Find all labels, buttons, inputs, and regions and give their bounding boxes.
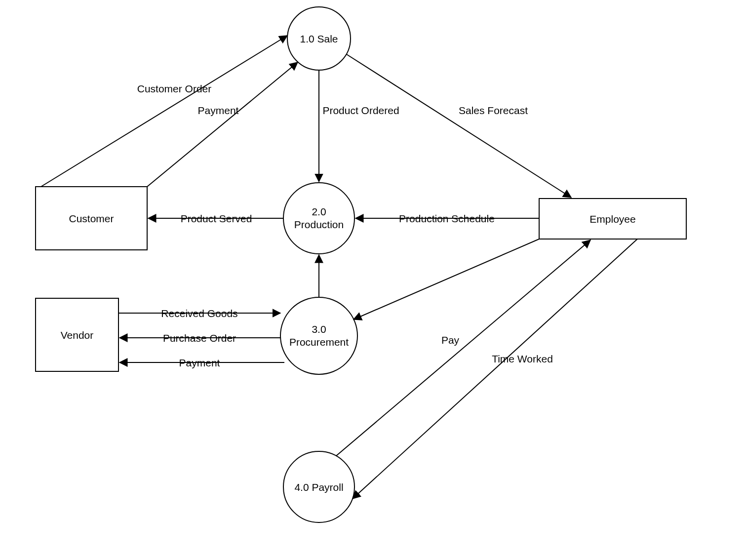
flow-customer-order: Customer Order	[41, 36, 287, 187]
flow-pay-label: Pay	[441, 334, 460, 346]
process-production-label-1: 2.0	[312, 206, 326, 217]
flow-product-ordered: Product Ordered	[319, 70, 399, 182]
svg-line-10	[347, 54, 571, 198]
flow-received-goods: Received Goods	[118, 308, 280, 319]
flow-payment-from-customer: Payment	[147, 62, 298, 187]
flow-product-served-label: Product Served	[181, 213, 252, 224]
flow-production-schedule: Production Schedule	[355, 213, 539, 224]
process-production-label-2: Production	[294, 219, 344, 230]
process-sale-label: 1.0 Sale	[300, 33, 338, 44]
entity-customer: Customer	[36, 187, 147, 250]
entity-vendor-label: Vendor	[61, 329, 94, 341]
entity-employee-label: Employee	[589, 213, 635, 225]
entity-vendor: Vendor	[36, 298, 118, 371]
flow-product-ordered-label: Product Ordered	[322, 105, 399, 116]
flow-received-goods-label: Received Goods	[161, 308, 237, 319]
flow-time-worked-label: Time Worked	[492, 353, 553, 364]
flow-customer-order-label: Customer Order	[137, 83, 212, 94]
flow-time-worked: Time Worked	[353, 239, 637, 499]
flow-purchase-order: Purchase Order	[119, 332, 280, 344]
svg-line-7	[41, 36, 287, 187]
process-production: 2.0 Production	[283, 183, 354, 254]
flow-purchase-order-label: Purchase Order	[163, 332, 236, 344]
process-procurement: 3.0 Procurement	[280, 297, 357, 374]
flow-payment-to-vendor: Payment	[119, 357, 284, 368]
entity-customer-label: Customer	[69, 213, 114, 224]
flow-sales-forecast-label: Sales Forecast	[459, 105, 528, 116]
process-procurement-label-1: 3.0	[312, 323, 326, 335]
flow-production-schedule-label: Production Schedule	[399, 213, 495, 224]
flow-sales-forecast: Sales Forecast	[347, 54, 571, 198]
flow-product-served: Product Served	[148, 213, 283, 224]
process-procurement-label-2: Procurement	[289, 336, 349, 348]
process-sale: 1.0 Sale	[287, 7, 351, 70]
svg-line-8	[147, 62, 298, 187]
entity-employee: Employee	[539, 199, 686, 239]
process-payroll: 4.0 Payroll	[283, 451, 354, 522]
flow-payment-to-vendor-label: Payment	[179, 357, 220, 368]
flow-payment-from-customer-label: Payment	[198, 105, 239, 116]
svg-line-19	[353, 239, 637, 499]
process-payroll-label: 4.0 Payroll	[294, 481, 343, 493]
dfd-diagram: Customer Vendor Employee 1.0 Sale 2.0 Pr…	[0, 0, 746, 560]
